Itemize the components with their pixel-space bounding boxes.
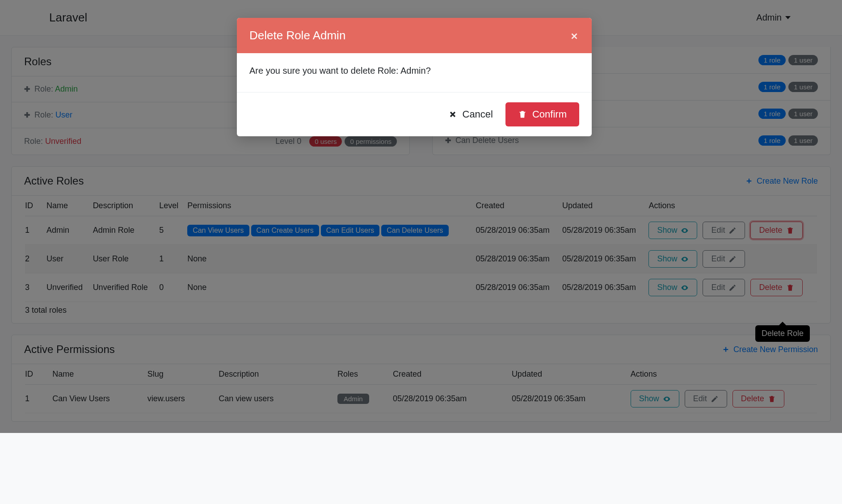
- cancel-button[interactable]: Cancel: [448, 109, 493, 120]
- confirm-button[interactable]: Confirm: [505, 102, 579, 126]
- modal-body: Are you sure you want to delete Role: Ad…: [237, 53, 592, 92]
- delete-role-modal: Delete Role Admin Are you sure you want …: [237, 18, 592, 136]
- trash-icon: [518, 110, 527, 119]
- close-icon: [448, 110, 457, 119]
- close-icon: [569, 31, 579, 41]
- modal-close-button[interactable]: [569, 29, 579, 42]
- modal-title: Delete Role Admin: [249, 29, 345, 42]
